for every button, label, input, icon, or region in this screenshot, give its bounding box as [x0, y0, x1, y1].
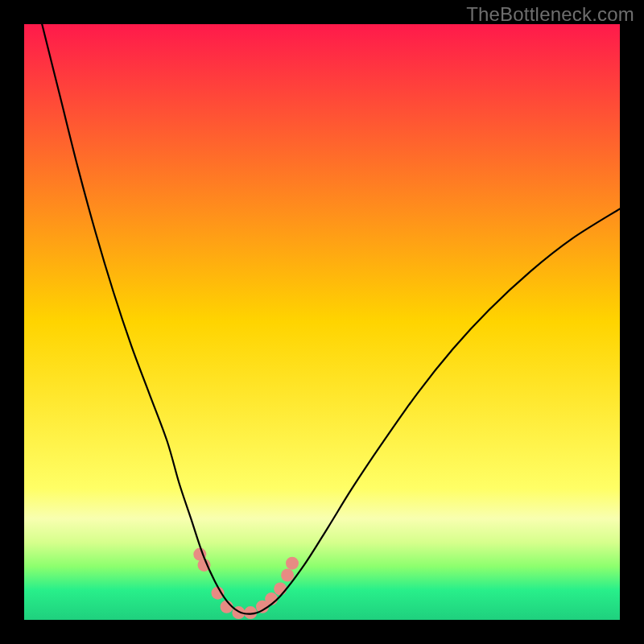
highlight-dot [274, 583, 287, 596]
highlight-dot [281, 569, 294, 582]
gradient-background [24, 24, 620, 620]
chart-frame: TheBottleneck.com [0, 0, 644, 644]
bottleneck-chart [24, 24, 620, 620]
watermark-text: TheBottleneck.com [466, 3, 634, 26]
highlight-dot [286, 557, 299, 570]
